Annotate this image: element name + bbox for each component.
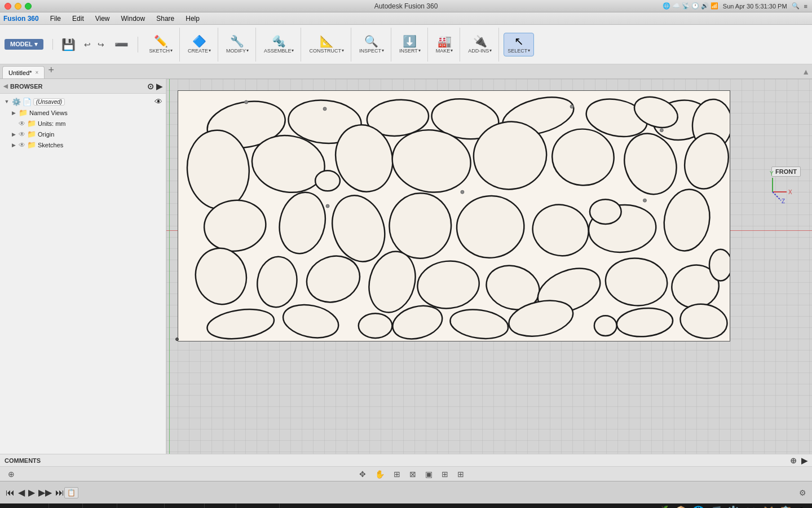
sidebar-expand-icon[interactable]: ◀ (3, 83, 8, 89)
viewport[interactable]: FRONT X Y Z (166, 79, 812, 454)
svg-point-38 (359, 313, 392, 338)
redo-button[interactable]: ↪ (95, 38, 107, 51)
insert-button[interactable]: ⬇️ INSERT ▾ (396, 33, 424, 56)
menu-file[interactable]: File (46, 14, 65, 24)
new-tab-button[interactable]: + (48, 64, 54, 78)
tree-item-sketches[interactable]: ▶ 👁 📁 Sketches (0, 139, 166, 150)
tab-close-button[interactable]: × (36, 69, 39, 76)
inspect-button[interactable]: 🔍 INSPECT ▾ (356, 33, 387, 56)
zoom-area-button[interactable]: ⊞ (391, 468, 403, 480)
unsaved-badge: (Unsaved) (33, 98, 65, 106)
timeline-settings-icon[interactable]: ⚙ (799, 488, 806, 497)
eye-root-icon[interactable]: 👁 (155, 97, 162, 106)
svg-point-23 (527, 199, 594, 262)
tree-item-units[interactable]: ▶ 👁 📁 Units: mm (0, 118, 166, 129)
dock-tab-gift-ideas[interactable]: Gift Ideas (117, 503, 165, 508)
line-tool-button[interactable]: ➖ (111, 37, 133, 52)
select-button[interactable]: ↖ SELECT ▾ (504, 33, 534, 56)
navigation-button[interactable]: ⊕ (6, 468, 17, 480)
dock-tab-blaste[interactable]: Blaste... (236, 503, 279, 508)
sketch-icon: ✏️ (154, 36, 168, 47)
tree-item-root[interactable]: ▼ ⚙️ 📄 (Unsaved) 👁 (0, 96, 166, 107)
units-folder-icon: 📁 (27, 119, 36, 128)
search-icon[interactable]: 🔍 (792, 2, 800, 10)
menu-view[interactable]: View (91, 14, 114, 24)
minimize-button[interactable] (15, 3, 21, 10)
collapse-panel-button[interactable]: ▲ (802, 67, 810, 78)
menu-help[interactable]: Help (181, 14, 204, 24)
play-button[interactable]: ▶ (28, 487, 35, 498)
units-eye-icon[interactable]: 👁 (19, 120, 25, 128)
expand-sketches-icon[interactable]: ▶ (10, 142, 17, 148)
sketches-label: Sketches (38, 142, 162, 148)
svg-text:Y: Y (770, 170, 774, 177)
pan-button[interactable]: ✋ (373, 468, 387, 480)
go-to-start-button[interactable]: ⏮ (6, 488, 15, 498)
expand-root-icon[interactable]: ▼ (3, 99, 10, 104)
dock-icon-app6[interactable]: 🦊 (761, 505, 775, 508)
snap-button[interactable]: ⊞ (455, 468, 466, 480)
model-button[interactable]: MODEL ▾ (5, 39, 43, 50)
close-button[interactable] (5, 3, 11, 10)
dock-icon-app7[interactable]: 📋 (779, 505, 793, 508)
tree-item-named-views[interactable]: ▶ 📁 Named Views (0, 107, 166, 118)
sketch-canvas[interactable] (178, 90, 730, 341)
make-button[interactable]: 🏭 MAKE ▾ (433, 33, 457, 56)
zoom-fit-button[interactable]: ⊠ (407, 468, 418, 480)
sketch-section: ✏️ SKETCH ▾ (143, 28, 180, 62)
control-icon[interactable]: ≡ (804, 3, 807, 10)
expand-origin-icon[interactable]: ▶ (10, 132, 17, 137)
svg-point-27 (191, 244, 251, 309)
make-icon: 🏭 (438, 36, 452, 47)
sketch-button[interactable]: ✏️ SKETCH ▾ (146, 33, 176, 56)
browser-options-icon[interactable]: ⊙ (147, 82, 154, 91)
save-button[interactable]: 💾 (58, 37, 80, 52)
step-forward-button[interactable]: ▶▶ (38, 487, 52, 498)
expand-named-views-icon[interactable]: ▶ (10, 110, 17, 116)
grid-button[interactable]: ⊞ (439, 468, 451, 480)
maximize-button[interactable] (25, 3, 32, 10)
dock-icon-finder[interactable]: 🍎 (656, 505, 670, 508)
dock-icon-app2[interactable]: 🌐 (691, 505, 705, 508)
origin-eye-icon[interactable]: 👁 (19, 130, 25, 138)
display-mode-button[interactable]: ▣ (423, 468, 435, 480)
dock-icon-app4[interactable]: ⚙️ (726, 505, 740, 508)
add-comment-button[interactable]: ⊕ (790, 456, 797, 465)
modify-button[interactable]: 🔧 MODIFY ▾ (223, 33, 252, 56)
menu-share[interactable]: Share (152, 14, 179, 24)
timeline-thumbnail[interactable]: 📋 (64, 487, 78, 498)
dock-tab-knife[interactable]: Knife (83, 503, 117, 508)
step-back-button[interactable]: ◀ (18, 487, 25, 498)
undo-button[interactable]: ↩ (81, 38, 94, 51)
browser-tabs: Workshop Food Knife Gift Ideas Pottery E… (0, 503, 812, 508)
addins-label: ADD-INS ▾ (468, 48, 492, 54)
menu-edit[interactable]: Edit (68, 14, 89, 24)
browser-collapse-icon[interactable]: ▶ (156, 82, 162, 91)
datetime: Sun Apr 30 5:31:30 PM (723, 3, 787, 10)
menu-window[interactable]: Window (117, 14, 150, 24)
grid-move-button[interactable]: ✥ (357, 468, 368, 480)
svg-point-42 (594, 316, 617, 336)
dock-icon-app5[interactable]: 🎮 (744, 505, 758, 508)
sketches-eye-icon[interactable]: 👁 (19, 141, 25, 149)
dock-tab-pottery[interactable]: Pottery (165, 503, 205, 508)
construct-button[interactable]: 📐 CONSTRUCT ▾ (306, 33, 347, 56)
create-section: 🔷 CREATE ▾ (181, 28, 218, 62)
dock-tab-workshop[interactable]: Workshop (0, 503, 49, 508)
comments-collapse-icon[interactable]: ▶ (801, 456, 807, 465)
window-controls[interactable] (5, 3, 32, 10)
go-to-end-button[interactable]: ⏭ (55, 488, 64, 498)
create-button[interactable]: 🔷 CREATE ▾ (184, 33, 214, 56)
dock-icon-app3[interactable]: 🎵 (709, 505, 723, 508)
construct-label: CONSTRUCT ▾ (309, 48, 344, 54)
dock-icon-app1[interactable]: 📦 (674, 505, 688, 508)
tab-untitled[interactable]: Untitled* × (2, 66, 45, 78)
dock-tab-etsy[interactable]: Etsy (205, 503, 236, 508)
addins-button[interactable]: 🔌 ADD-INS ▾ (465, 33, 495, 56)
dock-icon-app8[interactable]: 🗑 (796, 506, 807, 509)
assemble-button[interactable]: 🔩 ASSEMBLE ▾ (261, 33, 298, 56)
dock-tab-food[interactable]: Food (49, 503, 83, 508)
save-icon: 💾 (61, 39, 76, 50)
tree-item-origin[interactable]: ▶ 👁 📁 Origin (0, 129, 166, 139)
root-folder-icon: ⚙️ (12, 98, 21, 106)
